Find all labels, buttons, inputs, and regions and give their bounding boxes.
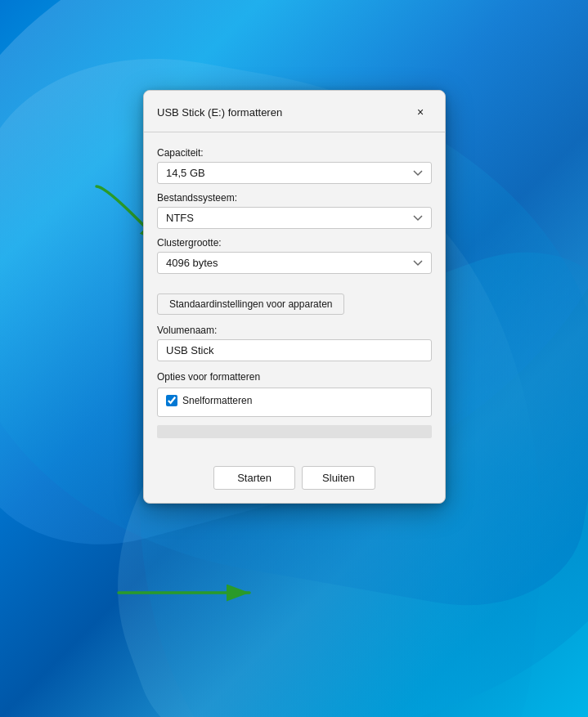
dialog-titlebar: USB Stick (E:) formatteren × — [144, 91, 445, 132]
right-arrow-icon — [114, 572, 262, 613]
clustersize-label: Clustergrootte: — [157, 237, 432, 249]
start-button[interactable]: Starten — [213, 466, 295, 490]
close-button[interactable]: Sluiten — [302, 466, 375, 490]
close-icon-button[interactable]: × — [409, 101, 432, 123]
progress-bar-container — [157, 425, 432, 438]
volumename-label: Volumenaam: — [157, 325, 432, 336]
dialog-body: Capaciteit: 14,5 GB Bestandssysteem: NTF… — [144, 136, 445, 463]
dialog-title: USB Stick (E:) formatteren — [157, 106, 282, 119]
quick-format-row: Snelformatteren — [166, 395, 423, 406]
format-options-box: Snelformatteren — [157, 388, 432, 417]
titlebar-divider — [144, 132, 445, 132]
capacity-select[interactable]: 14,5 GB — [157, 162, 432, 184]
quick-format-label[interactable]: Snelformatteren — [182, 395, 252, 406]
volumename-input[interactable] — [157, 339, 432, 361]
capacity-label: Capaciteit: — [157, 147, 432, 159]
format-dialog: USB Stick (E:) formatteren × Capaciteit:… — [143, 90, 446, 504]
filesystem-label: Bestandssysteem: — [157, 192, 432, 204]
format-options-label: Opties voor formatteren — [157, 371, 432, 383]
clustersize-select[interactable]: 4096 bytes 512 bytes 1024 bytes 2048 byt… — [157, 252, 432, 274]
quick-format-checkbox[interactable] — [166, 395, 177, 406]
filesystem-select[interactable]: NTFS FAT32 exFAT — [157, 207, 432, 229]
restore-defaults-button[interactable]: Standaardinstellingen voor apparaten — [157, 294, 344, 315]
dialog-footer: Starten Sluiten — [144, 463, 445, 503]
